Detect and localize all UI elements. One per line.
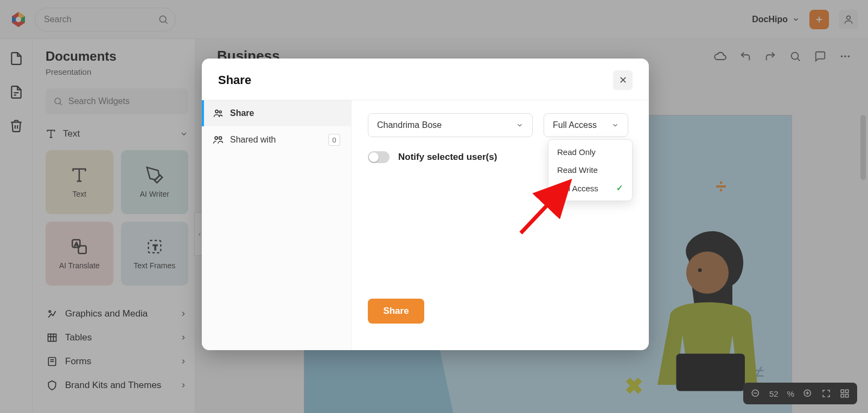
access-option-label: Full Access [557,184,598,193]
access-select-value: Full Access [553,120,597,130]
access-select[interactable]: Full Access [544,113,628,137]
share-button[interactable]: Share [368,299,424,324]
access-option-label: Read Only [557,147,596,157]
chevron-down-icon [611,121,619,129]
access-option-label: Read Write [557,165,598,175]
access-dropdown: Read Only Read Write Full Access ✓ [548,139,633,201]
tab-shared-with-label: Shared with [230,135,276,145]
svg-point-44 [215,110,218,113]
modal-sidebar: Share Shared with 0 [202,100,352,350]
shared-with-icon [213,134,224,145]
chevron-down-icon [516,121,524,129]
share-button-label: Share [383,306,409,317]
tab-shared-with[interactable]: Shared with 0 [202,126,351,153]
svg-point-47 [219,137,222,139]
share-people-icon [213,108,224,119]
user-select-value: Chandrima Bose [377,120,442,130]
notify-toggle[interactable] [368,151,390,163]
tab-share[interactable]: Share [202,100,351,126]
svg-point-46 [215,137,218,139]
access-option-full-access[interactable]: Full Access ✓ [548,179,632,197]
close-button[interactable]: ✕ [613,70,633,90]
svg-point-45 [219,111,221,113]
modal-main: Chandrima Bose Full Access Notify select… [352,100,649,350]
access-option-read-only[interactable]: Read Only [548,143,632,161]
shared-with-count: 0 [328,134,340,146]
close-icon: ✕ [619,74,627,86]
share-modal: Share ✕ Share Shared with 0 Chandrima Bo… [202,59,649,350]
access-option-read-write[interactable]: Read Write [548,161,632,179]
check-icon: ✓ [616,183,623,193]
notify-label: Notify selected user(s) [398,152,497,163]
modal-title: Share [218,73,251,87]
user-select[interactable]: Chandrima Bose [368,113,533,137]
tab-share-label: Share [230,108,254,118]
